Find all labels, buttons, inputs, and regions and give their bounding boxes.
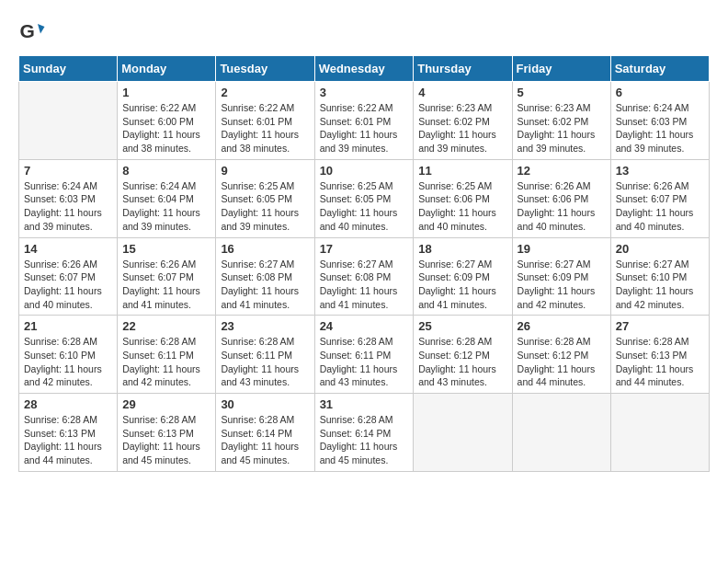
calendar-cell: 9Sunrise: 6:25 AM Sunset: 6:05 PM Daylig… — [216, 159, 314, 237]
day-info: Sunrise: 6:28 AM Sunset: 6:11 PM Dayligh… — [122, 335, 210, 389]
calendar-header-thursday: Thursday — [414, 56, 512, 82]
day-number: 16 — [221, 242, 309, 256]
calendar-cell: 21Sunrise: 6:28 AM Sunset: 6:10 PM Dayli… — [19, 316, 118, 394]
calendar-cell: 19Sunrise: 6:27 AM Sunset: 6:09 PM Dayli… — [512, 237, 610, 316]
calendar-cell: 28Sunrise: 6:28 AM Sunset: 6:13 PM Dayli… — [19, 394, 118, 472]
calendar-cell: 5Sunrise: 6:23 AM Sunset: 6:02 PM Daylig… — [512, 82, 610, 160]
day-info: Sunrise: 6:24 AM Sunset: 6:03 PM Dayligh… — [616, 101, 704, 155]
day-number: 6 — [616, 86, 704, 99]
calendar-cell: 13Sunrise: 6:26 AM Sunset: 6:07 PM Dayli… — [610, 159, 709, 237]
calendar-cell: 1Sunrise: 6:22 AM Sunset: 6:00 PM Daylig… — [118, 82, 216, 160]
calendar-cell: 2Sunrise: 6:22 AM Sunset: 6:01 PM Daylig… — [216, 82, 314, 160]
calendar-cell: 8Sunrise: 6:24 AM Sunset: 6:04 PM Daylig… — [118, 159, 216, 237]
page-header: G — [18, 18, 710, 46]
calendar-cell: 7Sunrise: 6:24 AM Sunset: 6:03 PM Daylig… — [19, 159, 118, 237]
calendar-cell: 16Sunrise: 6:27 AM Sunset: 6:08 PM Dayli… — [216, 237, 314, 316]
day-number: 13 — [616, 164, 704, 178]
day-number: 23 — [221, 319, 309, 333]
svg-text:G: G — [20, 20, 35, 41]
calendar-header-wednesday: Wednesday — [314, 56, 414, 82]
day-number: 7 — [24, 164, 112, 178]
day-number: 2 — [221, 86, 309, 99]
day-info: Sunrise: 6:27 AM Sunset: 6:09 PM Dayligh… — [518, 258, 606, 312]
day-info: Sunrise: 6:28 AM Sunset: 6:13 PM Dayligh… — [616, 335, 704, 389]
day-number: 18 — [418, 242, 506, 256]
logo: G — [18, 18, 48, 46]
day-number: 25 — [418, 319, 506, 333]
calendar-cell: 29Sunrise: 6:28 AM Sunset: 6:13 PM Dayli… — [118, 394, 216, 472]
day-info: Sunrise: 6:27 AM Sunset: 6:10 PM Dayligh… — [616, 258, 704, 312]
day-info: Sunrise: 6:28 AM Sunset: 6:13 PM Dayligh… — [24, 413, 112, 467]
day-info: Sunrise: 6:26 AM Sunset: 6:07 PM Dayligh… — [24, 258, 112, 312]
day-info: Sunrise: 6:28 AM Sunset: 6:11 PM Dayligh… — [320, 335, 409, 389]
day-info: Sunrise: 6:23 AM Sunset: 6:02 PM Dayligh… — [418, 101, 506, 155]
calendar-header-monday: Monday — [118, 56, 216, 82]
day-info: Sunrise: 6:24 AM Sunset: 6:03 PM Dayligh… — [24, 179, 112, 234]
calendar-cell: 24Sunrise: 6:28 AM Sunset: 6:11 PM Dayli… — [314, 316, 414, 394]
day-info: Sunrise: 6:25 AM Sunset: 6:05 PM Dayligh… — [320, 179, 409, 234]
day-info: Sunrise: 6:25 AM Sunset: 6:05 PM Dayligh… — [221, 179, 309, 234]
day-info: Sunrise: 6:28 AM Sunset: 6:14 PM Dayligh… — [221, 413, 309, 467]
day-number: 4 — [418, 86, 506, 99]
calendar-cell: 11Sunrise: 6:25 AM Sunset: 6:06 PM Dayli… — [414, 159, 512, 237]
calendar-week-row: 28Sunrise: 6:28 AM Sunset: 6:13 PM Dayli… — [19, 394, 710, 472]
day-info: Sunrise: 6:27 AM Sunset: 6:08 PM Dayligh… — [320, 258, 409, 312]
day-number: 8 — [122, 164, 210, 178]
day-info: Sunrise: 6:22 AM Sunset: 6:01 PM Dayligh… — [221, 101, 309, 155]
calendar-cell — [512, 394, 610, 472]
day-number: 15 — [122, 242, 210, 256]
calendar-cell: 25Sunrise: 6:28 AM Sunset: 6:12 PM Dayli… — [414, 316, 512, 394]
day-info: Sunrise: 6:28 AM Sunset: 6:14 PM Dayligh… — [320, 413, 409, 467]
day-info: Sunrise: 6:27 AM Sunset: 6:08 PM Dayligh… — [221, 258, 309, 312]
day-number: 29 — [122, 397, 210, 411]
day-info: Sunrise: 6:28 AM Sunset: 6:13 PM Dayligh… — [122, 413, 210, 467]
calendar-header-tuesday: Tuesday — [216, 56, 314, 82]
day-number: 14 — [24, 242, 112, 256]
calendar-cell: 3Sunrise: 6:22 AM Sunset: 6:01 PM Daylig… — [314, 82, 414, 160]
calendar-cell: 14Sunrise: 6:26 AM Sunset: 6:07 PM Dayli… — [19, 237, 118, 316]
calendar-week-row: 7Sunrise: 6:24 AM Sunset: 6:03 PM Daylig… — [19, 159, 710, 237]
day-number: 17 — [320, 242, 409, 256]
day-info: Sunrise: 6:28 AM Sunset: 6:12 PM Dayligh… — [518, 335, 606, 389]
day-number: 19 — [518, 242, 606, 256]
calendar-week-row: 1Sunrise: 6:22 AM Sunset: 6:00 PM Daylig… — [19, 82, 710, 160]
calendar-header-row: SundayMondayTuesdayWednesdayThursdayFrid… — [19, 56, 710, 82]
calendar-cell: 10Sunrise: 6:25 AM Sunset: 6:05 PM Dayli… — [314, 159, 414, 237]
day-number: 1 — [122, 86, 210, 99]
calendar-cell: 22Sunrise: 6:28 AM Sunset: 6:11 PM Dayli… — [118, 316, 216, 394]
day-info: Sunrise: 6:22 AM Sunset: 6:00 PM Dayligh… — [122, 101, 210, 155]
calendar-week-row: 14Sunrise: 6:26 AM Sunset: 6:07 PM Dayli… — [19, 237, 710, 316]
calendar-header-friday: Friday — [512, 56, 610, 82]
calendar-cell: 26Sunrise: 6:28 AM Sunset: 6:12 PM Dayli… — [512, 316, 610, 394]
day-number: 3 — [320, 86, 409, 99]
day-info: Sunrise: 6:26 AM Sunset: 6:07 PM Dayligh… — [616, 179, 704, 234]
logo-icon: G — [18, 18, 46, 46]
calendar-cell: 23Sunrise: 6:28 AM Sunset: 6:11 PM Dayli… — [216, 316, 314, 394]
day-info: Sunrise: 6:28 AM Sunset: 6:12 PM Dayligh… — [418, 335, 506, 389]
calendar-cell: 15Sunrise: 6:26 AM Sunset: 6:07 PM Dayli… — [118, 237, 216, 316]
day-info: Sunrise: 6:26 AM Sunset: 6:06 PM Dayligh… — [518, 179, 606, 234]
calendar-cell — [610, 394, 709, 472]
day-number: 26 — [518, 319, 606, 333]
calendar-cell: 30Sunrise: 6:28 AM Sunset: 6:14 PM Dayli… — [216, 394, 314, 472]
day-number: 11 — [418, 164, 506, 178]
day-number: 27 — [616, 319, 704, 333]
day-number: 28 — [24, 397, 112, 411]
day-info: Sunrise: 6:26 AM Sunset: 6:07 PM Dayligh… — [122, 258, 210, 312]
calendar-cell — [414, 394, 512, 472]
day-number: 12 — [518, 164, 606, 178]
day-number: 30 — [221, 397, 309, 411]
calendar-cell: 4Sunrise: 6:23 AM Sunset: 6:02 PM Daylig… — [414, 82, 512, 160]
day-info: Sunrise: 6:25 AM Sunset: 6:06 PM Dayligh… — [418, 179, 506, 234]
calendar-cell: 31Sunrise: 6:28 AM Sunset: 6:14 PM Dayli… — [314, 394, 414, 472]
calendar-cell: 12Sunrise: 6:26 AM Sunset: 6:06 PM Dayli… — [512, 159, 610, 237]
day-number: 5 — [518, 86, 606, 99]
day-info: Sunrise: 6:23 AM Sunset: 6:02 PM Dayligh… — [518, 101, 606, 155]
day-info: Sunrise: 6:27 AM Sunset: 6:09 PM Dayligh… — [418, 258, 506, 312]
calendar-header-sunday: Sunday — [19, 56, 118, 82]
day-info: Sunrise: 6:24 AM Sunset: 6:04 PM Dayligh… — [122, 179, 210, 234]
day-number: 31 — [320, 397, 409, 411]
day-number: 21 — [24, 319, 112, 333]
calendar-cell: 27Sunrise: 6:28 AM Sunset: 6:13 PM Dayli… — [610, 316, 709, 394]
calendar-week-row: 21Sunrise: 6:28 AM Sunset: 6:10 PM Dayli… — [19, 316, 710, 394]
